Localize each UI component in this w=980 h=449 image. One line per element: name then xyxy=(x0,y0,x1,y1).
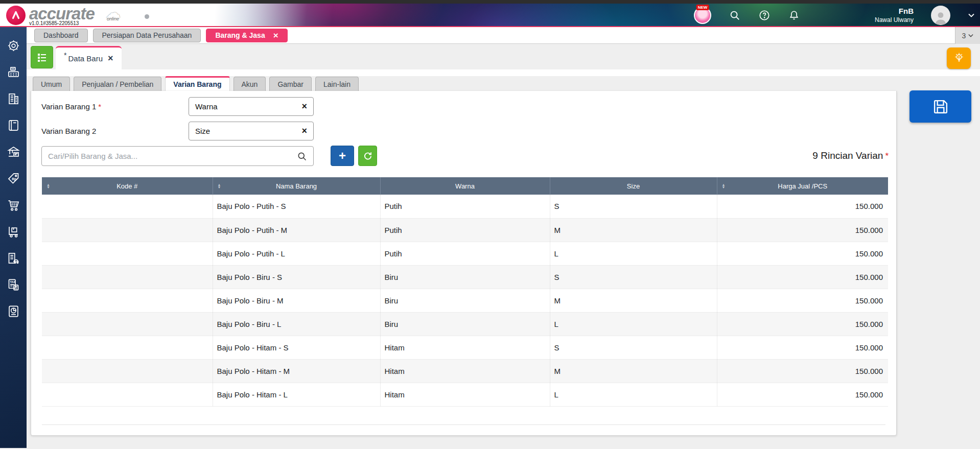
sidebar-item-purchases-cart-icon[interactable] xyxy=(6,198,20,212)
sidebar-item-bank-cash-icon[interactable] xyxy=(6,145,20,159)
tab-umum[interactable]: Umum xyxy=(33,77,70,91)
list-icon xyxy=(36,51,48,63)
nav-sidebar: Rp TAX xyxy=(0,27,27,448)
search-input[interactable] xyxy=(48,152,297,160)
sort-icon[interactable]: ▲▼ xyxy=(218,183,221,188)
new-badge: NEW xyxy=(696,5,709,10)
sidebar-item-inventory-delivery-icon[interactable] xyxy=(6,224,20,239)
table-row[interactable]: Baju Polo - Hitam - MHitamM150.000 xyxy=(42,359,888,383)
variant1-label: Varian Barang 1* xyxy=(41,102,101,111)
divider xyxy=(42,424,885,425)
required-marker: * xyxy=(885,151,889,161)
window-tab-persiapan-data-perusahaan[interactable]: Persiapan Data Perusahaan xyxy=(93,29,201,42)
whats-new-avatar-icon[interactable]: NEW xyxy=(694,7,711,24)
save-button[interactable] xyxy=(909,90,971,123)
chevron-down-icon xyxy=(968,34,973,37)
os-titlebar xyxy=(0,0,980,4)
lightbulb-icon xyxy=(953,52,965,64)
detail-tab-bar: Umum Penjualan / Pembelian Varian Barang… xyxy=(27,76,980,91)
table-row[interactable]: Baju Polo - Putih - SPutihS150.000 xyxy=(42,195,888,218)
search-icon[interactable] xyxy=(729,9,741,21)
table-header-row: ▲▼Kode # ▲▼Nama Barang Warna Size ▲▼Harg… xyxy=(42,177,888,195)
table-row[interactable]: Baju Polo - Hitam - LHitamL150.000 xyxy=(42,383,888,406)
table-row[interactable]: Baju Polo - Biru - MBiruM150.000 xyxy=(42,289,888,312)
tab-gambar[interactable]: Gambar xyxy=(269,77,312,91)
col-header-harga-jual[interactable]: ▲▼Harga Jual /PCS xyxy=(717,177,888,195)
help-icon[interactable] xyxy=(758,9,771,21)
table-row[interactable]: Baju Polo - Putih - LPutihL150.000 xyxy=(42,242,888,265)
sort-icon[interactable]: ▲▼ xyxy=(46,183,50,188)
status-dot xyxy=(145,14,149,19)
sidebar-item-company-icon[interactable] xyxy=(6,91,20,106)
window-tab-dashboard[interactable]: Dashboard xyxy=(34,29,88,42)
window-tab-barang-jasa[interactable]: Barang & Jasa × xyxy=(206,29,287,42)
variant1-select[interactable]: Warna × xyxy=(189,97,314,116)
cloud-online-icon: ☁ online xyxy=(102,6,124,21)
col-header-kode[interactable]: ▲▼Kode # xyxy=(42,177,213,195)
app-header: accurate ☁ online v1.0.1#3585-2205513 NE… xyxy=(0,4,980,27)
col-header-nama-barang[interactable]: ▲▼Nama Barang xyxy=(213,177,380,195)
tab-content-strip xyxy=(27,69,980,76)
close-icon[interactable]: × xyxy=(108,53,113,64)
table-row[interactable]: Baju Polo - Hitam - SHitamS150.000 xyxy=(42,336,888,359)
tab-penjualan-pembelian[interactable]: Penjualan / Pembelian xyxy=(74,77,161,91)
open-tabs-dropdown[interactable]: 3 xyxy=(955,27,980,44)
refresh-button[interactable] xyxy=(358,146,377,166)
required-marker: * xyxy=(98,102,101,111)
col-header-warna[interactable]: Warna xyxy=(380,177,550,195)
close-icon[interactable]: × xyxy=(273,31,278,40)
unsaved-marker: * xyxy=(64,51,66,59)
chevron-down-icon[interactable] xyxy=(968,9,975,21)
company-name: FnB xyxy=(875,7,914,16)
avatar[interactable] xyxy=(931,6,950,25)
sidebar-item-settings-icon[interactable] xyxy=(6,38,20,53)
sidebar-item-pos-cash-register-icon[interactable] xyxy=(6,65,20,79)
tab-lain-lain[interactable]: Lain-lain xyxy=(315,77,359,91)
col-header-size[interactable]: Size xyxy=(550,177,717,195)
clear-icon[interactable]: × xyxy=(301,126,307,136)
varian-barang-panel: Varian Barang 1* Warna × Varian Barang 2… xyxy=(31,91,897,436)
table-row[interactable]: Baju Polo - Biru - SBiruS150.000 xyxy=(42,265,888,289)
rp-label: Rp xyxy=(12,177,16,181)
document-tab-bar: * Data Baru × xyxy=(27,44,980,69)
sidebar-item-ledger-book-icon[interactable] xyxy=(6,118,20,132)
clear-icon[interactable]: × xyxy=(301,101,307,112)
tab-akun[interactable]: Akun xyxy=(234,77,266,91)
tips-button[interactable] xyxy=(947,48,971,69)
main-content: * Data Baru × Umum Penjualan / Pembelian… xyxy=(27,44,980,448)
sort-icon[interactable]: ▲▼ xyxy=(722,183,726,188)
window-tab-bar: Dashboard Persiapan Data Perusahaan Bara… xyxy=(27,27,980,44)
sidebar-item-fixed-assets-icon[interactable] xyxy=(6,251,20,265)
sidebar-item-reports-icon[interactable] xyxy=(6,304,20,318)
variant2-label: Varian Barang 2 xyxy=(41,127,96,135)
tax-label: TAX xyxy=(10,280,15,283)
search-icon[interactable] xyxy=(297,151,307,161)
variant-count-summary: 9 Rincian Varian* xyxy=(812,150,889,161)
table-row[interactable]: Baju Polo - Putih - MPutihM150.000 xyxy=(42,218,888,242)
item-search xyxy=(41,146,314,166)
tab-varian-barang[interactable]: Varian Barang xyxy=(165,76,229,91)
account-info[interactable]: FnB Nawal Ulwany xyxy=(875,7,914,24)
list-view-button[interactable] xyxy=(31,46,53,68)
table-row[interactable]: Baju Polo - Biru - LBiruL150.000 xyxy=(42,312,888,336)
header-actions: NEW FnB Nawal Ulwany xyxy=(694,4,975,27)
doc-tab-data-baru[interactable]: * Data Baru × xyxy=(56,46,122,69)
version-label: v1.0.1#3585-2205513 xyxy=(29,20,79,26)
refresh-icon xyxy=(362,151,373,161)
save-floppy-icon xyxy=(931,97,950,116)
sidebar-item-price-tag-rp-icon[interactable]: Rp xyxy=(6,171,20,185)
variant-table: ▲▼Kode # ▲▼Nama Barang Warna Size ▲▼Harg… xyxy=(42,177,888,407)
notifications-bell-icon[interactable] xyxy=(788,9,800,21)
add-variant-button[interactable]: + xyxy=(331,146,354,166)
accurate-logo-icon xyxy=(6,6,26,25)
user-name: Nawal Ulwany xyxy=(875,16,914,24)
variant2-select[interactable]: Size × xyxy=(189,122,314,140)
sidebar-item-tax-icon[interactable]: TAX xyxy=(6,277,20,292)
